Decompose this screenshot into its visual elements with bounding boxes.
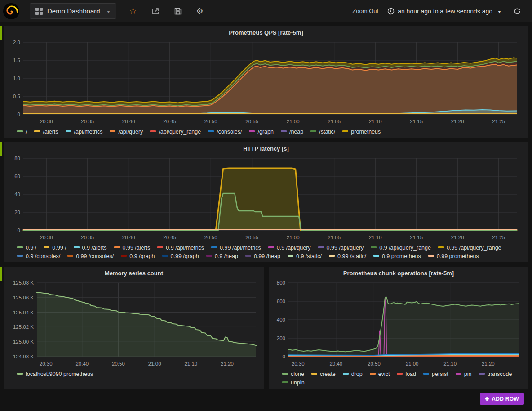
legend-item[interactable]: prometheus	[342, 129, 381, 135]
panel-title[interactable]: Prometheus chunk operations [rate-5m]	[269, 267, 528, 280]
dashboard-picker[interactable]: Demo Dashboard ▼	[30, 3, 116, 19]
panel-title[interactable]: Memory series count	[4, 267, 264, 280]
svg-text:1.5: 1.5	[13, 58, 20, 63]
legend-item[interactable]: 0.99 /	[44, 245, 66, 251]
legend-item[interactable]: 0.99 /consoles/	[67, 253, 114, 259]
legend-item[interactable]: create	[311, 371, 336, 377]
svg-text:200: 200	[277, 335, 285, 341]
row-drag-handle[interactable]	[0, 267, 2, 281]
chart-memory-series[interactable]: 124.98 K125.00 K125.02 K125.04 K125.06 K…	[7, 280, 261, 368]
legend-item[interactable]: 0.99 /api/query_range	[438, 245, 501, 251]
zoom-out-button[interactable]: Zoom Out	[348, 5, 383, 17]
panel-prometheus-qps: Prometheus QPS [rate-5m] 00.51.01.52.020…	[4, 26, 528, 138]
svg-text:20:35: 20:35	[81, 119, 94, 124]
svg-text:20:40: 20:40	[122, 235, 135, 240]
panel-title[interactable]: HTTP latency [s]	[4, 142, 528, 156]
svg-text:21:20: 21:20	[451, 119, 464, 124]
legend-item[interactable]: localhost:9090 prometheus	[17, 371, 93, 377]
legend-item[interactable]: 0.99 /alerts	[114, 245, 151, 251]
svg-text:20:50: 20:50	[112, 361, 125, 366]
legend-item[interactable]: drop	[343, 371, 363, 377]
svg-text:21:15: 21:15	[410, 235, 423, 240]
legend: 0.9 /0.99 /0.9 /alerts0.99 /alerts0.9 /a…	[4, 244, 528, 262]
legend-item[interactable]: 0.99 prometheus	[428, 253, 479, 259]
svg-text:0: 0	[18, 112, 20, 117]
legend-item[interactable]: 0.99 /static/	[329, 253, 366, 259]
add-row-button[interactable]: ✚ ADD ROW	[480, 393, 524, 405]
legend-item[interactable]: /	[17, 129, 27, 135]
chart-prometheus-qps[interactable]: 00.51.01.52.020:3020:3520:4020:4520:5020…	[7, 40, 523, 126]
star-button[interactable]: ☆	[124, 3, 141, 19]
legend-item[interactable]: /api/query_range	[150, 129, 201, 135]
row-drag-handle[interactable]	[0, 26, 2, 40]
svg-text:80: 80	[14, 156, 20, 161]
legend-item[interactable]: pin	[456, 371, 472, 377]
legend-item[interactable]: 0.99 /graph	[162, 253, 199, 259]
legend-item[interactable]: /static/	[310, 129, 335, 135]
legend-item[interactable]: 0.99 /api/query	[318, 245, 364, 251]
chevron-down-icon: ▼	[106, 9, 111, 14]
legend-item[interactable]: 0.9 /api/query_range	[371, 245, 431, 251]
legend-item[interactable]: 0.9 /api/metrics	[157, 245, 204, 251]
legend-item[interactable]: 0.99 /heap	[245, 253, 280, 259]
legend: //alerts/api/metrics/api/query/api/query…	[4, 128, 528, 138]
legend-item[interactable]: /graph	[249, 129, 273, 135]
legend-item[interactable]: 0.9 /alerts	[74, 245, 107, 251]
svg-text:21:25: 21:25	[492, 119, 505, 124]
svg-text:21:20: 21:20	[482, 361, 495, 366]
svg-text:21:10: 21:10	[369, 119, 382, 124]
refresh-button[interactable]	[509, 4, 526, 18]
legend-item[interactable]: /alerts	[34, 129, 58, 135]
star-icon: ☆	[129, 6, 137, 16]
clock-icon	[387, 8, 395, 15]
svg-text:20:55: 20:55	[245, 235, 258, 240]
legend-item[interactable]: 0.9 /static/	[288, 253, 322, 259]
legend-item[interactable]: clone	[282, 371, 304, 377]
legend-item[interactable]: evict	[370, 371, 390, 377]
share-button[interactable]	[147, 4, 164, 18]
legend-item[interactable]: unpin	[282, 380, 305, 386]
chevron-down-icon: ▼	[497, 10, 501, 14]
time-range-label: an hour ago to a few seconds ago	[398, 8, 492, 15]
dashboard-row-2: HTTP latency [s] 02040608020:3020:3520:4…	[4, 142, 528, 262]
legend-item[interactable]: /api/metrics	[66, 129, 103, 135]
time-picker[interactable]: an hour ago to a few seconds ago ▼	[383, 5, 506, 18]
dashboard: Prometheus QPS [rate-5m] 00.51.01.52.020…	[0, 22, 532, 405]
svg-text:20:35: 20:35	[81, 235, 94, 240]
chart-chunk-operations[interactable]: 020040060080020:3020:4020:5021:0021:1021…	[272, 280, 523, 368]
chart-http-latency[interactable]: 02040608020:3020:3520:4020:4520:5020:552…	[7, 156, 523, 242]
legend-item[interactable]: transcode	[479, 371, 512, 377]
legend-item[interactable]: 0.99 /api/metrics	[211, 245, 261, 251]
svg-text:21:10: 21:10	[443, 361, 457, 366]
legend-item[interactable]: 0.9 /consoles/	[17, 253, 60, 259]
svg-text:125.06 K: 125.06 K	[13, 295, 34, 300]
legend-item[interactable]: 0.9 /graph	[121, 253, 155, 259]
svg-text:21:00: 21:00	[148, 361, 161, 366]
svg-text:600: 600	[277, 299, 285, 304]
legend-item[interactable]: 0.9 /api/query	[268, 245, 311, 251]
svg-text:21:00: 21:00	[287, 235, 300, 240]
grafana-logo[interactable]	[3, 3, 20, 20]
legend-item[interactable]: persist	[423, 371, 448, 377]
svg-text:2.0: 2.0	[13, 40, 20, 45]
legend-item[interactable]: /heap	[281, 129, 303, 135]
row-drag-handle[interactable]	[0, 142, 2, 156]
legend-item[interactable]: load	[397, 371, 416, 377]
svg-text:40: 40	[14, 192, 20, 197]
svg-text:125.04 K: 125.04 K	[13, 310, 34, 315]
legend-item[interactable]: /consoles/	[208, 129, 242, 135]
svg-text:20: 20	[14, 210, 20, 215]
settings-button[interactable]: ⚙	[192, 4, 208, 19]
panel-title[interactable]: Prometheus QPS [rate-5m]	[4, 26, 528, 40]
svg-text:21:10: 21:10	[369, 235, 382, 240]
legend-item[interactable]: 0.9 /	[17, 245, 36, 251]
svg-text:21:05: 21:05	[328, 119, 341, 124]
legend-item[interactable]: 0.9 /heap	[206, 253, 238, 259]
panel-http-latency: HTTP latency [s] 02040608020:3020:3520:4…	[4, 142, 528, 262]
legend-item[interactable]: 0.9 prometheus	[373, 253, 421, 259]
svg-text:0: 0	[283, 354, 285, 359]
legend-item[interactable]: /api/query	[110, 129, 143, 135]
save-button[interactable]	[169, 4, 186, 18]
svg-text:21:00: 21:00	[287, 119, 300, 124]
svg-text:21:20: 21:20	[451, 235, 464, 240]
